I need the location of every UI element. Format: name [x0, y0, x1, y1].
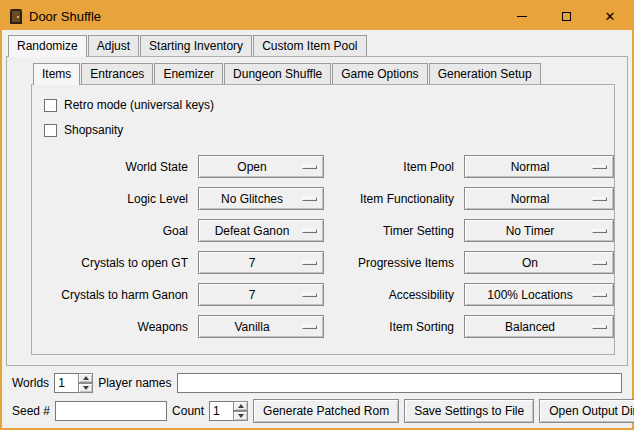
world-state-dropdown[interactable]: Open — [198, 155, 324, 178]
maximize-button[interactable] — [544, 2, 588, 30]
arrow-down-icon — [238, 414, 244, 418]
crystals-gt-dropdown[interactable]: 7 — [198, 251, 324, 274]
timer-setting-label: Timer Setting — [332, 224, 456, 238]
items-pane: Retro mode (universal keys) Shopsanity W… — [31, 84, 615, 355]
worlds-spin-up[interactable] — [78, 373, 93, 383]
randomize-pane: Items Entrances Enemizer Dungeon Shuffle… — [6, 56, 628, 366]
seed-input[interactable] — [55, 401, 167, 421]
accessibility-value: 100% Locations — [487, 288, 572, 302]
worlds-label: Worlds — [12, 376, 49, 390]
crystals-gt-value: 7 — [249, 256, 256, 270]
item-sorting-value: Balanced — [505, 320, 555, 334]
worlds-spin-down[interactable] — [78, 383, 93, 393]
world-state-label: World State — [40, 160, 190, 174]
crystals-ganon-label: Crystals to harm Ganon — [40, 288, 190, 302]
dropdown-indicator-icon — [592, 293, 607, 297]
world-state-value: Open — [237, 160, 266, 174]
secondary-tab-bar: Items Entrances Enemizer Dungeon Shuffle… — [31, 63, 615, 84]
worlds-spinner — [54, 373, 93, 393]
dropdown-indicator-icon — [302, 165, 317, 169]
seed-row: Seed # Count Generate Patched Rom Save S… — [6, 396, 628, 426]
close-icon: ✕ — [605, 10, 616, 23]
minimize-icon — [517, 16, 527, 17]
arrow-up-icon — [238, 404, 244, 408]
crystals-gt-label: Crystals to open GT — [40, 256, 190, 270]
arrow-up-icon — [83, 376, 89, 380]
crystals-ganon-dropdown[interactable]: 7 — [198, 283, 324, 306]
minimize-button[interactable] — [500, 2, 544, 30]
accessibility-dropdown[interactable]: 100% Locations — [464, 283, 614, 306]
worlds-row: Worlds Player names — [6, 370, 628, 396]
dropdown-indicator-icon — [592, 165, 607, 169]
progressive-items-dropdown[interactable]: On — [464, 251, 614, 274]
tab-game-options[interactable]: Game Options — [332, 63, 427, 84]
tab-custom-item-pool[interactable]: Custom Item Pool — [253, 35, 366, 56]
weapons-value: Vanilla — [234, 320, 269, 334]
window-title: Door Shuffle — [29, 9, 101, 24]
open-output-directory-button[interactable]: Open Output Directory — [539, 399, 634, 423]
tab-enemizer[interactable]: Enemizer — [154, 63, 223, 84]
dropdown-indicator-icon — [592, 261, 607, 265]
maximize-icon — [562, 12, 571, 21]
seed-label: Seed # — [12, 404, 50, 418]
tab-dungeon-shuffle[interactable]: Dungeon Shuffle — [224, 63, 331, 84]
logic-level-value: No Glitches — [221, 192, 283, 206]
weapons-dropdown[interactable]: Vanilla — [198, 315, 324, 338]
title-bar: Door Shuffle ✕ — [2, 2, 632, 30]
options-grid: World State Open Item Pool Normal Logic … — [40, 155, 606, 338]
primary-tab-bar: Randomize Adjust Starting Inventory Cust… — [6, 35, 628, 56]
count-spinner — [209, 401, 248, 421]
item-functionality-value: Normal — [511, 192, 550, 206]
progressive-items-label: Progressive Items — [332, 256, 456, 270]
dropdown-indicator-icon — [592, 197, 607, 201]
dropdown-indicator-icon — [592, 229, 607, 233]
crystals-ganon-value: 7 — [249, 288, 256, 302]
goal-label: Goal — [40, 224, 190, 238]
dropdown-indicator-icon — [302, 197, 317, 201]
worlds-input[interactable] — [54, 373, 78, 393]
retro-mode-label: Retro mode (universal keys) — [64, 98, 214, 112]
dropdown-indicator-icon — [302, 293, 317, 297]
arrow-down-icon — [83, 386, 89, 390]
item-sorting-label: Item Sorting — [332, 320, 456, 334]
item-sorting-dropdown[interactable]: Balanced — [464, 315, 614, 338]
tab-adjust[interactable]: Adjust — [88, 35, 139, 56]
retro-mode-checkbox[interactable] — [44, 99, 57, 112]
logic-level-label: Logic Level — [40, 192, 190, 206]
accessibility-label: Accessibility — [332, 288, 456, 302]
logic-level-dropdown[interactable]: No Glitches — [198, 187, 324, 210]
item-pool-label: Item Pool — [332, 160, 456, 174]
count-label: Count — [172, 404, 204, 418]
shopsanity-label: Shopsanity — [64, 123, 123, 137]
player-names-label: Player names — [98, 376, 171, 390]
tab-randomize[interactable]: Randomize — [8, 35, 87, 57]
progressive-items-value: On — [522, 256, 538, 270]
timer-setting-value: No Timer — [506, 224, 555, 238]
tab-starting-inventory[interactable]: Starting Inventory — [140, 35, 252, 56]
generate-patched-rom-button[interactable]: Generate Patched Rom — [253, 399, 399, 423]
shopsanity-row: Shopsanity — [44, 119, 606, 141]
save-settings-button[interactable]: Save Settings to File — [404, 399, 534, 423]
count-input[interactable] — [209, 401, 233, 421]
item-pool-dropdown[interactable]: Normal — [464, 155, 614, 178]
weapons-label: Weapons — [40, 320, 190, 334]
tab-entrances[interactable]: Entrances — [81, 63, 153, 84]
timer-setting-dropdown[interactable]: No Timer — [464, 219, 614, 242]
dropdown-indicator-icon — [302, 261, 317, 265]
count-spin-down[interactable] — [233, 411, 248, 421]
item-pool-value: Normal — [511, 160, 550, 174]
shopsanity-checkbox[interactable] — [44, 124, 57, 137]
count-spin-up[interactable] — [233, 401, 248, 411]
item-functionality-label: Item Functionality — [332, 192, 456, 206]
dropdown-indicator-icon — [302, 229, 317, 233]
app-icon — [10, 9, 22, 24]
item-functionality-dropdown[interactable]: Normal — [464, 187, 614, 210]
tab-items[interactable]: Items — [33, 63, 80, 85]
goal-value: Defeat Ganon — [215, 224, 290, 238]
dropdown-indicator-icon — [592, 325, 607, 329]
tab-generation-setup[interactable]: Generation Setup — [429, 63, 541, 84]
goal-dropdown[interactable]: Defeat Ganon — [198, 219, 324, 242]
player-names-input[interactable] — [177, 373, 623, 393]
close-button[interactable]: ✕ — [588, 2, 632, 30]
dropdown-indicator-icon — [302, 325, 317, 329]
